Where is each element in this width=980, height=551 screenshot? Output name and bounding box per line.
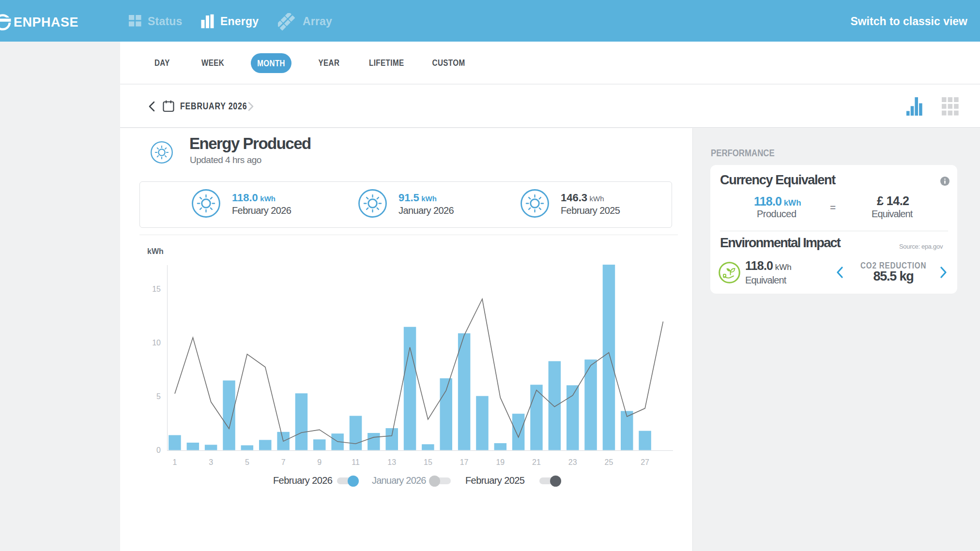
svg-text:9: 9 <box>317 458 322 466</box>
svg-text:0: 0 <box>156 446 161 454</box>
svg-text:11: 11 <box>352 458 360 466</box>
svg-text:10: 10 <box>152 339 161 347</box>
svg-text:15: 15 <box>152 285 161 293</box>
svg-text:kWh: kWh <box>147 247 164 255</box>
svg-text:13: 13 <box>387 458 396 466</box>
svg-text:21: 21 <box>532 458 541 466</box>
svg-text:3: 3 <box>209 458 213 466</box>
svg-text:27: 27 <box>641 458 649 466</box>
svg-text:7: 7 <box>281 458 286 466</box>
svg-text:5: 5 <box>245 458 249 466</box>
svg-text:23: 23 <box>568 458 577 466</box>
svg-text:19: 19 <box>496 458 505 466</box>
svg-text:15: 15 <box>424 458 432 466</box>
svg-text:17: 17 <box>460 458 469 466</box>
svg-text:1: 1 <box>173 458 177 466</box>
svg-text:5: 5 <box>156 392 161 401</box>
svg-text:25: 25 <box>605 458 613 466</box>
